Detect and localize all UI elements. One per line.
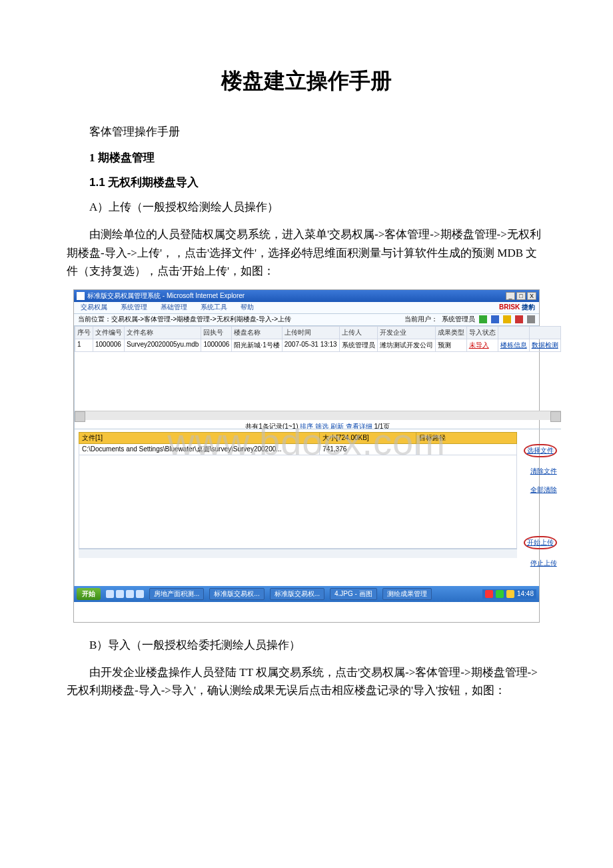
menu-bar: 交易权属 系统管理 基础管理 系统工具 帮助 BRISK 捷豹 bbox=[74, 302, 539, 314]
quick-launch bbox=[106, 590, 144, 598]
pager-refresh[interactable]: 刷新 bbox=[330, 423, 344, 429]
pager: 共有1条记录(1~1) 排序 筛选 刷新 查看详细 1/1页 bbox=[75, 420, 561, 429]
subtitle: 客体管理操作手册 bbox=[89, 123, 546, 141]
system-tray: 14:48 bbox=[482, 589, 536, 599]
breadcrumb-bar: 当前位置： 交易权属->客体管理->期楼盘管理->无权利期楼盘-导入->上传 当… bbox=[74, 314, 539, 326]
col-target: 目标路径 bbox=[416, 432, 516, 443]
column-header bbox=[498, 326, 529, 339]
menu-item[interactable]: 系统管理 bbox=[114, 303, 154, 312]
app-screenshot: 标准版交易权属管理系统 - Microsoft Internet Explore… bbox=[73, 289, 540, 623]
window-titlebar: 标准版交易权属管理系统 - Microsoft Internet Explore… bbox=[74, 290, 539, 302]
column-header: 上传人 bbox=[339, 326, 377, 339]
clock: 14:48 bbox=[517, 590, 534, 597]
ql-icon[interactable] bbox=[126, 590, 134, 598]
ql-icon[interactable] bbox=[106, 590, 114, 598]
step-a: A）上传（一般授权给测绘人员操作） bbox=[89, 198, 546, 216]
taskbar-item[interactable]: 测绘成果管理 bbox=[382, 588, 432, 600]
menu-item[interactable]: 基础管理 bbox=[154, 303, 194, 312]
horizontal-scrollbar[interactable] bbox=[75, 411, 561, 420]
brand-logo: BRISK 捷豹 bbox=[499, 303, 539, 312]
column-header bbox=[529, 326, 560, 339]
col-size: 大小[724.00KB] bbox=[320, 432, 416, 443]
tray-icon[interactable] bbox=[496, 590, 504, 598]
column-header: 导入状态 bbox=[466, 326, 498, 339]
file-list-body bbox=[79, 455, 517, 549]
tray-icon[interactable] bbox=[485, 590, 493, 598]
clear-file-link[interactable]: 清除文件 bbox=[530, 467, 557, 476]
column-header: 楼盘名称 bbox=[232, 326, 282, 339]
file-row[interactable]: C:\Documents and Settings\Bluewater\桌面\s… bbox=[79, 443, 517, 455]
paragraph-1: 由测绘单位的人员登陆权属交易系统，进入菜单'交易权属->客体管理->期楼盘管理-… bbox=[67, 225, 546, 280]
menu-item[interactable]: 系统工具 bbox=[194, 303, 234, 312]
minimize-button[interactable]: _ bbox=[506, 292, 515, 300]
pager-filter[interactable]: 筛选 bbox=[315, 423, 328, 429]
clear-all-link[interactable]: 全部清除 bbox=[530, 485, 557, 495]
table-row[interactable]: 1 1000006 Survey20020005yu.mdb 1000006 阳… bbox=[75, 339, 561, 351]
taskbar-item[interactable]: 房地产面积测... bbox=[149, 588, 204, 600]
ql-icon[interactable] bbox=[116, 590, 124, 598]
records-table: 序号文件编号文件名称回执号楼盘名称上传时间上传人开发企业成果类型导入状态 1 1… bbox=[75, 326, 561, 429]
step-b: B）导入（一般授权给委托测绘人员操作） bbox=[89, 636, 546, 654]
help-icon[interactable] bbox=[527, 315, 535, 323]
app-icon bbox=[77, 292, 85, 300]
doc-title: 楼盘建立操作手册 bbox=[67, 67, 546, 96]
menu-item[interactable]: 帮助 bbox=[234, 303, 261, 312]
column-header: 成果类型 bbox=[435, 326, 466, 339]
column-header: 上传时间 bbox=[282, 326, 339, 339]
refresh-icon[interactable] bbox=[515, 315, 523, 323]
start-upload-link[interactable]: 开始上传 bbox=[527, 539, 554, 546]
paragraph-2: 由开发企业楼盘操作人员登陆 TT 权属交易系统，点击'交易权属->客体管理->期… bbox=[67, 663, 546, 699]
breadcrumb: 交易权属->客体管理->期楼盘管理->无权利期楼盘-导入->上传 bbox=[111, 315, 291, 324]
taskbar-item[interactable]: 标准版交易权... bbox=[209, 588, 264, 600]
print-icon[interactable] bbox=[491, 315, 499, 323]
section-1-1: 1.1 无权利期楼盘导入 bbox=[89, 175, 546, 190]
pager-sort[interactable]: 排序 bbox=[300, 423, 313, 429]
column-header: 文件名称 bbox=[125, 326, 201, 339]
user-prefix: 当前用户： bbox=[404, 315, 438, 324]
column-header: 序号 bbox=[75, 326, 93, 339]
upload-file-table: 文件[1] 大小[724.00KB] 目标路径 C:\Documents and… bbox=[79, 432, 517, 455]
taskbar-item[interactable]: 标准版交易权... bbox=[270, 588, 324, 600]
current-user: 系统管理员 bbox=[442, 315, 475, 324]
upload-progress bbox=[79, 549, 517, 558]
data-check-link[interactable]: 数据检测 bbox=[532, 341, 558, 349]
search-icon[interactable] bbox=[503, 315, 511, 323]
column-header: 回执号 bbox=[201, 326, 232, 339]
tray-icon[interactable] bbox=[506, 590, 514, 598]
window-title: 标准版交易权属管理系统 - Microsoft Internet Explore… bbox=[87, 291, 245, 301]
ql-icon[interactable] bbox=[136, 590, 144, 598]
pager-detail[interactable]: 查看详细 bbox=[346, 423, 372, 429]
col-file: 文件[1] bbox=[79, 432, 320, 443]
add-icon[interactable] bbox=[479, 315, 487, 323]
upload-actions: 选择文件 清除文件 全部清除 开始上传 停止上传 bbox=[521, 429, 561, 586]
close-button[interactable]: X bbox=[527, 292, 536, 300]
column-header: 文件编号 bbox=[93, 326, 125, 339]
crumb-prefix: 当前位置： bbox=[78, 315, 111, 324]
start-button[interactable]: 开始 bbox=[77, 588, 101, 600]
menu-item[interactable]: 交易权属 bbox=[74, 303, 114, 312]
choose-file-link[interactable]: 选择文件 bbox=[527, 447, 554, 454]
column-header: 开发企业 bbox=[377, 326, 435, 339]
stop-upload-link[interactable]: 停止上传 bbox=[530, 559, 557, 568]
taskbar: 开始 房地产面积测... 标准版交易权... 标准版交易权... 4.JPG -… bbox=[74, 586, 539, 602]
taskbar-item[interactable]: 4.JPG - 画图 bbox=[330, 588, 377, 600]
building-info-link[interactable]: 楼栋信息 bbox=[500, 341, 527, 349]
maximize-button[interactable]: □ bbox=[516, 292, 526, 300]
section-1: 1 期楼盘管理 bbox=[89, 150, 546, 165]
import-status: 未导入 bbox=[469, 341, 489, 349]
